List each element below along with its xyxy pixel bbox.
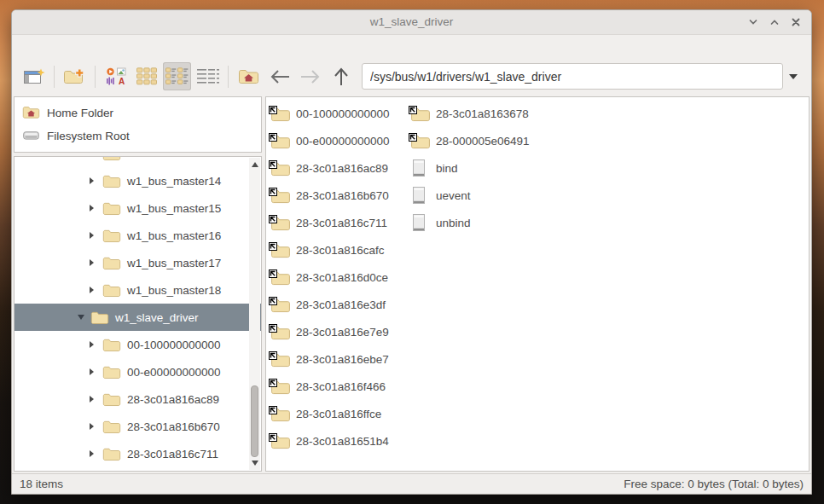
- tree-row[interactable]: 28-3c01a816c711: [15, 440, 261, 467]
- menu-item[interactable]: [46, 35, 61, 58]
- path-input[interactable]: [362, 63, 783, 90]
- file-item[interactable]: 28-3c01a816ebe7: [270, 345, 409, 373]
- tree-expander-icon[interactable]: [90, 341, 102, 348]
- tree-row[interactable]: 00-100000000000: [15, 331, 261, 358]
- directory-tree-panel: w1_bus_master14 w1_bus_master15: [14, 156, 262, 472]
- file-label: 28-3c01a8163678: [436, 107, 529, 120]
- menu-item[interactable]: [31, 35, 46, 58]
- tree-row[interactable]: w1_bus_master16: [15, 222, 261, 249]
- toolbar: A: [12, 58, 811, 95]
- symlink-emblem-icon: [409, 104, 417, 117]
- tree-expander-icon[interactable]: [90, 287, 102, 293]
- menu-item[interactable]: [15, 35, 31, 58]
- tree-label: w1_bus_master18: [127, 284, 221, 297]
- file-item[interactable]: unbind: [409, 209, 530, 236]
- tree-scrollbar[interactable]: [249, 158, 260, 470]
- compact-view-button[interactable]: [163, 62, 191, 90]
- scroll-down-icon[interactable]: [252, 461, 258, 466]
- path-dropdown-button[interactable]: [783, 63, 804, 90]
- file-item[interactable]: 28-000005e06491: [409, 127, 530, 154]
- file-item[interactable]: 28-3c01a816b670: [270, 182, 409, 209]
- sidebar: Home Folder: [14, 96, 262, 472]
- up-button[interactable]: [327, 62, 355, 90]
- symlink-emblem-icon: [269, 186, 277, 199]
- folder-icon: [102, 447, 121, 461]
- file-item[interactable]: 28-3c01a816d0ce: [270, 264, 409, 291]
- toolbar-separator: [228, 66, 229, 88]
- folder-icon: [102, 256, 121, 270]
- file-item[interactable]: 28-3c01a816e3df: [270, 291, 409, 318]
- tree-expander-icon[interactable]: [90, 368, 102, 375]
- tree-label: w1_bus_master14: [127, 175, 221, 188]
- menu-item[interactable]: [61, 35, 77, 58]
- tree-row[interactable]: w1_bus_master17: [15, 249, 261, 276]
- detailed-view-button[interactable]: [194, 62, 222, 90]
- titlebar[interactable]: w1_slave_driver: [12, 10, 811, 35]
- file-item[interactable]: bind: [409, 154, 530, 182]
- home-button[interactable]: [235, 62, 263, 90]
- window-controls: [746, 10, 803, 34]
- thumbnail-view-button[interactable]: A: [102, 62, 130, 90]
- menu-item[interactable]: [92, 35, 107, 58]
- file-item[interactable]: 00-e00000000000: [270, 127, 409, 154]
- tree-row[interactable]: [15, 157, 261, 167]
- tree-row[interactable]: w1_bus_master15: [15, 194, 261, 222]
- file-label: 28-3c01a816ffce: [296, 408, 381, 420]
- tree-expander-icon[interactable]: [90, 205, 102, 211]
- new-window-button[interactable]: [20, 62, 48, 90]
- menu-item[interactable]: [77, 35, 92, 58]
- tree-expander-icon[interactable]: [78, 315, 90, 320]
- file-item[interactable]: 28-3c01a816c711: [270, 209, 409, 236]
- symlink-emblem-icon: [269, 432, 277, 444]
- icon-view-button[interactable]: [132, 62, 160, 90]
- place-label: Home Folder: [47, 107, 113, 119]
- close-icon[interactable]: [788, 15, 803, 30]
- file-icon: [412, 187, 426, 206]
- tree-expander-icon[interactable]: [90, 423, 102, 430]
- file-item[interactable]: 28-3c01a8163678: [409, 100, 530, 127]
- file-item[interactable]: 28-3c01a816e7e9: [270, 318, 409, 345]
- tree-row[interactable]: 28-3c01a816ac89: [15, 385, 261, 413]
- tree-row[interactable]: 00-e00000000000: [15, 358, 261, 385]
- tree-expander-icon[interactable]: [90, 396, 102, 403]
- scrollbar-thumb[interactable]: [251, 385, 258, 457]
- file-column-1: 00-100000000000: [270, 100, 409, 455]
- tree-expander-icon[interactable]: [90, 259, 102, 266]
- symlink-emblem-icon: [269, 213, 277, 226]
- file-label: 00-e00000000000: [296, 135, 390, 148]
- file-item[interactable]: uevent: [409, 182, 530, 209]
- file-item[interactable]: 28-3c01a81651b4: [270, 427, 409, 455]
- file-item[interactable]: 00-100000000000: [270, 100, 409, 127]
- maximize-icon[interactable]: [767, 15, 781, 30]
- file-item[interactable]: 28-3c01a816ffce: [270, 400, 409, 427]
- scroll-up-icon[interactable]: [252, 162, 258, 167]
- place-item[interactable]: Home Folder: [20, 101, 256, 125]
- file-label: 28-3c01a816d0ce: [296, 271, 388, 284]
- back-button[interactable]: [265, 62, 293, 90]
- tree-expander-icon[interactable]: [90, 232, 102, 239]
- folder-icon: [102, 420, 121, 434]
- tree-row[interactable]: 28-3c01a816b670: [15, 413, 261, 440]
- forward-button[interactable]: [296, 62, 324, 90]
- tree-label: w1_bus_master15: [127, 202, 221, 215]
- tree-row[interactable]: w1_bus_master18: [15, 276, 261, 304]
- file-label: 28-3c01a816b670: [296, 189, 389, 202]
- place-item[interactable]: Filesystem Root: [20, 125, 256, 148]
- file-list-panel[interactable]: 00-100000000000: [265, 96, 809, 472]
- tree-expander-icon[interactable]: [90, 450, 102, 457]
- symlink-emblem-icon: [269, 159, 277, 171]
- folder-icon: [102, 283, 121, 298]
- tree-row[interactable]: w1_bus_master14: [15, 167, 261, 194]
- path-dropdown-icon: [789, 74, 798, 79]
- file-item[interactable]: 28-3c01a816ac89: [270, 154, 409, 182]
- tree-expander-icon[interactable]: [90, 177, 102, 184]
- file-label: 28-3c01a816ebe7: [296, 353, 389, 366]
- tree-row[interactable]: w1_slave_driver: [15, 304, 261, 331]
- minimize-icon[interactable]: [746, 15, 760, 30]
- file-label: 28-3c01a816ac89: [296, 162, 388, 175]
- file-item[interactable]: 28-3c01a816cafc: [270, 236, 409, 264]
- tree-row[interactable]: [15, 467, 261, 471]
- new-tab-button[interactable]: [61, 62, 89, 90]
- item-count: 18 items: [20, 478, 63, 490]
- file-item[interactable]: 28-3c01a816f466: [270, 373, 409, 400]
